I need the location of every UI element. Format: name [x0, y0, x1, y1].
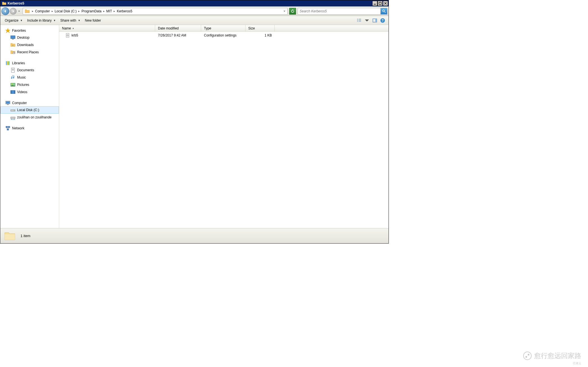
organize-button[interactable]: Organize▼ [3, 17, 25, 24]
maximize-button[interactable] [378, 1, 383, 6]
refresh-button[interactable] [289, 8, 296, 15]
svg-rect-15 [11, 36, 15, 38]
file-list[interactable]: krb5 7/26/2017 9:42 AM Configuration set… [59, 32, 389, 228]
preview-pane-button[interactable] [371, 17, 378, 24]
sidebar-item-videos[interactable]: Videos [0, 88, 59, 96]
sidebar-computer[interactable]: Computer [0, 100, 59, 106]
column-header-date[interactable]: Date modified [155, 25, 201, 31]
breadcrumb-label: Kerberos5 [117, 9, 132, 13]
sidebar-item-downloads[interactable]: Downloads [0, 41, 59, 49]
address-bar[interactable]: ▸ Computer ▸ Local Disk (C:) ▸ ProgramDa… [23, 8, 288, 15]
minimize-button[interactable] [372, 1, 377, 6]
svg-rect-27 [11, 90, 15, 93]
file-row[interactable]: krb5 7/26/2017 9:42 AM Configuration set… [59, 32, 389, 39]
breadcrumb-label: MIT [106, 9, 112, 13]
view-options-button[interactable] [355, 17, 363, 24]
breadcrumb-item[interactable]: MIT [106, 8, 113, 14]
breadcrumb-item[interactable]: ProgramData [81, 8, 102, 14]
search-input[interactable] [298, 9, 380, 13]
svg-rect-31 [6, 101, 10, 104]
caret-down-icon: ▼ [20, 19, 23, 22]
sidebar-item-documents[interactable]: Documents [0, 66, 59, 74]
column-headers: Name▲ Date modified Type Size [59, 25, 389, 32]
sidebar-label: Computer [12, 101, 27, 105]
sidebar-network[interactable]: Network [0, 125, 59, 132]
svg-rect-9 [359, 20, 361, 21]
svg-rect-6 [357, 21, 358, 22]
column-label: Date modified [158, 26, 179, 30]
column-label: Type [204, 26, 211, 30]
toolbar-label: Share with [60, 19, 76, 22]
sidebar-item-local-disk[interactable]: Local Disk (C:) [0, 106, 59, 114]
window-title: Kerberos5 [8, 1, 372, 5]
caret-down-icon: ▼ [78, 19, 81, 22]
svg-rect-12 [375, 19, 377, 22]
sidebar-item-label: Pictures [17, 83, 29, 87]
chevron-right-icon[interactable]: ▸ [102, 10, 106, 13]
drive-icon [10, 107, 15, 113]
sidebar-favorites[interactable]: Favorites [0, 27, 59, 34]
view-dropdown-button[interactable] [363, 17, 371, 24]
search-button[interactable] [380, 8, 387, 14]
include-in-library-button[interactable]: Include in library▼ [25, 17, 58, 24]
close-button[interactable] [383, 1, 388, 6]
svg-rect-1 [379, 2, 381, 4]
svg-rect-22 [12, 69, 14, 69]
sidebar-item-pictures[interactable]: Pictures [0, 81, 59, 88]
sidebar-label: Network [12, 126, 24, 130]
sidebar-item-recent-places[interactable]: Recent Places [0, 49, 59, 56]
breadcrumb: ▸ Computer ▸ Local Disk (C:) ▸ ProgramDa… [31, 8, 282, 14]
titlebar: Kerberos5 [0, 0, 389, 6]
chevron-right-icon[interactable]: ▸ [112, 10, 116, 13]
svg-point-34 [14, 110, 14, 111]
pictures-icon [10, 82, 15, 87]
svg-rect-32 [7, 104, 9, 105]
sort-asc-icon: ▲ [72, 27, 74, 29]
svg-rect-7 [359, 19, 361, 19]
breadcrumb-label: Local Disk (C:) [55, 9, 77, 13]
column-header-name[interactable]: Name▲ [59, 25, 155, 31]
toolbar-label: Include in library [27, 19, 52, 22]
svg-rect-5 [357, 20, 358, 21]
breadcrumb-label: Computer [35, 9, 50, 13]
forward-button[interactable] [10, 8, 17, 15]
address-dropdown[interactable] [282, 10, 287, 12]
history-dropdown[interactable] [17, 8, 21, 15]
back-button[interactable] [1, 7, 9, 15]
sidebar-item-music[interactable]: Music [0, 74, 59, 81]
svg-rect-16 [12, 39, 14, 40]
share-with-button[interactable]: Share with▼ [58, 17, 83, 24]
column-header-size[interactable]: Size [245, 25, 275, 31]
column-header-type[interactable]: Type [201, 25, 245, 31]
svg-rect-18 [6, 61, 7, 65]
status-text: 1 item [20, 234, 30, 238]
network-icon [5, 126, 10, 131]
svg-text:?: ? [382, 19, 383, 22]
config-file-icon [65, 33, 70, 38]
new-folder-button[interactable]: New folder [83, 17, 103, 24]
navigation-pane: Favorites Desktop Downloads Recent Place… [0, 25, 59, 228]
breadcrumb-item[interactable]: Local Disk (C:) [54, 8, 77, 14]
breadcrumb-item[interactable]: Kerberos5 [116, 8, 133, 14]
svg-rect-8 [359, 20, 361, 20]
sidebar-item-label: Desktop [17, 36, 29, 40]
svg-rect-4 [357, 20, 358, 20]
svg-point-41 [67, 35, 68, 36]
file-type: Configuration settings [204, 33, 236, 37]
svg-rect-3 [357, 19, 358, 19]
sidebar-libraries[interactable]: Libraries [0, 60, 59, 66]
chevron-right-icon[interactable]: ▸ [50, 10, 54, 13]
recent-icon [10, 50, 15, 55]
desktop-icon [10, 35, 15, 40]
help-button[interactable]: ? [379, 17, 386, 24]
star-icon [5, 28, 10, 33]
breadcrumb-item[interactable]: Computer [35, 8, 50, 14]
chevron-right-icon[interactable]: ▸ [31, 10, 35, 13]
sidebar-item-desktop[interactable]: Desktop [0, 34, 59, 41]
column-label: Name [62, 26, 71, 30]
sidebar-item-label: Music [17, 75, 26, 79]
sidebar-item-network-location[interactable]: zoulihan on zoulihande [0, 114, 59, 121]
folder-icon [25, 9, 30, 14]
chevron-right-icon[interactable]: ▸ [77, 10, 81, 13]
svg-rect-20 [8, 61, 9, 65]
